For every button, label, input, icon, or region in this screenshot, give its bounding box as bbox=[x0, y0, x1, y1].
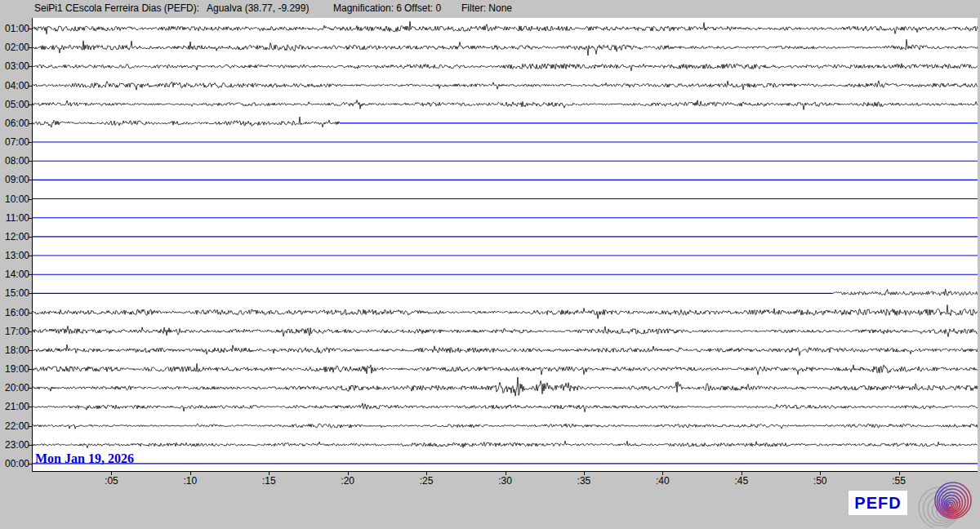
trace-0600 bbox=[33, 117, 340, 127]
minute-label-50: :50 bbox=[804, 475, 836, 487]
trace-0100 bbox=[33, 21, 978, 34]
hour-tick bbox=[29, 237, 32, 238]
minute-label-35: :35 bbox=[568, 475, 600, 487]
trace-0500 bbox=[33, 100, 978, 110]
station-title: SeiPi1 CEscola Ferreira Dias (PEFD): bbox=[34, 2, 199, 14]
hour-label-1000: 10:00 bbox=[0, 194, 29, 204]
trace-0400 bbox=[33, 81, 978, 90]
hour-label-1200: 12:00 bbox=[0, 232, 29, 242]
hour-label-1800: 18:00 bbox=[0, 345, 29, 355]
minute-label-25: :25 bbox=[410, 475, 443, 487]
hour-label-0900: 09:00 bbox=[0, 175, 29, 184]
station-location: Agualva (38.77, -9.299) bbox=[207, 2, 309, 14]
trace-1700 bbox=[33, 326, 978, 336]
trace-1600 bbox=[33, 305, 978, 319]
hour-tick bbox=[29, 180, 32, 180]
hour-tick bbox=[29, 86, 32, 87]
hour-label-2000: 20:00 bbox=[0, 383, 29, 393]
trace-0200 bbox=[33, 39, 978, 56]
hour-label-0300: 03:00 bbox=[0, 61, 29, 71]
hour-tick bbox=[29, 123, 32, 124]
hour-tick bbox=[29, 274, 32, 275]
hour-label-0100: 01:00 bbox=[0, 24, 29, 33]
minute-label-45: :45 bbox=[725, 475, 758, 487]
hour-label-1700: 17:00 bbox=[0, 327, 29, 336]
hour-label-0800: 08:00 bbox=[0, 156, 29, 166]
hour-tick bbox=[29, 445, 32, 446]
helicorder-app-window: SeiPi1 CEscola Ferreira Dias (PEFD): Agu… bbox=[0, 0, 980, 529]
hour-label-2300: 23:00 bbox=[0, 440, 29, 450]
minute-label-15: :15 bbox=[252, 475, 285, 487]
minute-label-10: :10 bbox=[174, 475, 207, 487]
minute-label-55: :55 bbox=[883, 475, 915, 487]
minute-label-5: :05 bbox=[95, 475, 127, 487]
hour-label-1600: 16:00 bbox=[0, 308, 29, 318]
hour-tick bbox=[29, 331, 32, 332]
hour-label-0500: 05:00 bbox=[0, 100, 29, 109]
hour-tick bbox=[29, 313, 32, 313]
magnification-value: Magnification: 6 bbox=[333, 2, 402, 14]
filter-value: Filter: None bbox=[461, 2, 512, 14]
hour-tick bbox=[29, 142, 32, 143]
minute-label-40: :40 bbox=[646, 475, 679, 487]
trace-0300 bbox=[33, 64, 978, 71]
trace-1800 bbox=[33, 345, 978, 355]
hour-tick bbox=[29, 407, 32, 407]
hour-label-0400: 04:00 bbox=[0, 81, 29, 91]
seismogram-traces[interactable] bbox=[33, 18, 978, 472]
hour-label-0700: 07:00 bbox=[0, 137, 29, 147]
trace-1500 bbox=[833, 289, 978, 296]
trace-2000 bbox=[33, 377, 978, 396]
hour-tick bbox=[29, 161, 32, 162]
hour-tick bbox=[29, 199, 32, 200]
minute-label-30: :30 bbox=[489, 475, 522, 487]
hour-tick bbox=[29, 369, 32, 370]
hour-label-1100: 11:00 bbox=[0, 213, 29, 223]
hour-label-1300: 13:00 bbox=[0, 251, 29, 260]
hour-tick bbox=[29, 350, 32, 351]
hour-label-2200: 22:00 bbox=[0, 421, 29, 431]
hour-label-1400: 14:00 bbox=[0, 269, 29, 279]
trace-2300 bbox=[33, 441, 978, 448]
hour-tick bbox=[29, 464, 32, 465]
minute-label-20: :20 bbox=[332, 475, 364, 487]
hour-label-0600: 06:00 bbox=[0, 118, 29, 128]
hour-tick bbox=[29, 47, 32, 48]
hour-tick bbox=[29, 388, 32, 389]
trace-2100 bbox=[33, 403, 978, 412]
hour-tick bbox=[29, 218, 32, 219]
hour-tick bbox=[29, 293, 32, 294]
hour-label-1900: 19:00 bbox=[0, 364, 29, 374]
seismology-spiral-logo bbox=[915, 480, 978, 527]
hour-tick bbox=[29, 256, 32, 256]
hour-label-0000: 00:00 bbox=[0, 459, 29, 469]
hour-label-0200: 02:00 bbox=[0, 42, 29, 52]
hour-tick bbox=[29, 104, 32, 105]
hour-label-1500: 15:00 bbox=[0, 288, 29, 298]
station-code-badge: PEFD bbox=[849, 491, 907, 515]
trace-1900 bbox=[33, 363, 978, 375]
hour-tick bbox=[29, 426, 32, 427]
hour-label-2100: 21:00 bbox=[0, 402, 29, 411]
hour-tick bbox=[29, 66, 32, 67]
trace-2200 bbox=[33, 424, 978, 429]
hour-tick bbox=[29, 29, 32, 29]
offset-value: Offset: 0 bbox=[404, 2, 441, 14]
